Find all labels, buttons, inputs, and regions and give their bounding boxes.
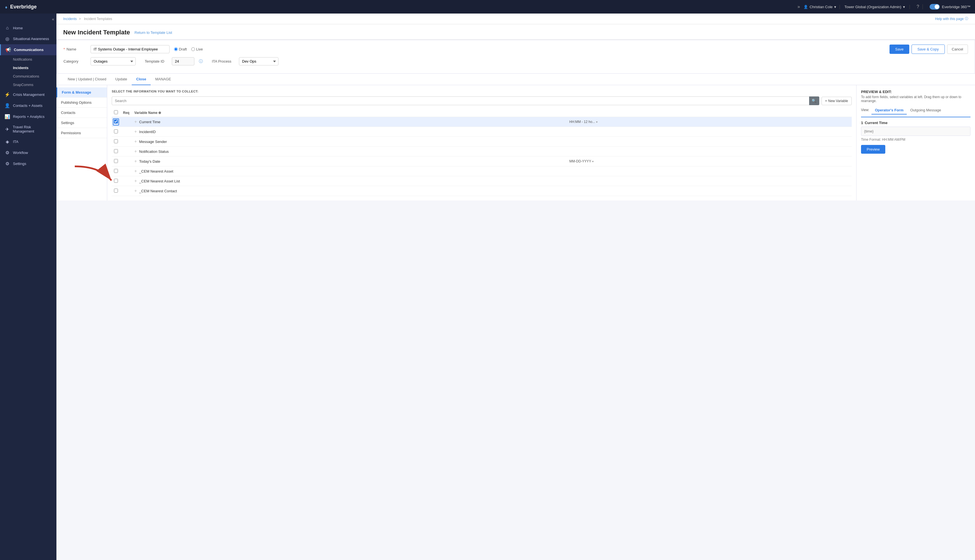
req-cem-nearest-asset-list: [121, 176, 132, 186]
select-all-checkbox[interactable]: [114, 110, 118, 114]
drag-handle-icon[interactable]: +: [134, 119, 137, 124]
tab-manage[interactable]: MANAGE: [151, 73, 175, 85]
toggle-360[interactable]: [930, 4, 940, 10]
drag-handle-icon[interactable]: +: [134, 159, 137, 163]
reports-analytics-icon: 📊: [5, 114, 10, 119]
table-header-row: Req Variable Name ⊕: [112, 108, 852, 117]
checkbox-cem-nearest-asset-list[interactable]: [114, 179, 118, 183]
action-buttons: Save Save & Copy Cancel: [890, 45, 968, 54]
checkbox-incident-id[interactable]: [114, 130, 118, 133]
left-panel-permissions[interactable]: Permissions: [57, 128, 107, 138]
drag-handle-icon[interactable]: +: [134, 178, 137, 183]
sidebar-item-crisis-management[interactable]: ⚡ Crisis Management: [0, 89, 57, 100]
user-menu[interactable]: 👤 Christian Cole ▾: [803, 5, 836, 9]
var-format-incident-id: [567, 127, 852, 137]
draft-radio-label[interactable]: Draft: [174, 47, 187, 51]
help-link[interactable]: Help with this page ⓘ: [935, 17, 968, 21]
drag-handle-icon[interactable]: +: [134, 168, 137, 173]
left-panel-settings[interactable]: Settings: [57, 118, 107, 128]
sidebar-item-workflow[interactable]: ⚙ Workflow: [0, 147, 57, 158]
sidebar-item-ita[interactable]: ◈ ITA: [0, 136, 57, 147]
return-to-template-list-link[interactable]: Return to Template List: [135, 30, 172, 35]
name-input[interactable]: [90, 45, 170, 53]
tab-new-updated-closed[interactable]: New | Updated | Closed: [63, 73, 111, 85]
drag-handle-icon[interactable]: +: [134, 139, 137, 144]
publishing-options-label: Publishing Options: [61, 100, 92, 105]
draft-radio[interactable]: [174, 47, 178, 51]
sidebar-item-settings[interactable]: ⚙ Settings: [0, 158, 57, 169]
sidebar-item-communications[interactable]: 📢 Communications: [0, 44, 57, 55]
left-panel-contacts[interactable]: Contacts: [57, 108, 107, 118]
help-icon: ?: [917, 4, 919, 9]
left-panel-publishing-options[interactable]: Publishing Options: [57, 98, 107, 108]
format-dropdown[interactable]: HH:MM - 12 ho... ▾: [569, 120, 850, 124]
template-id-input[interactable]: [172, 57, 194, 65]
th-format: [567, 108, 852, 117]
checkbox-cem-nearest-contact[interactable]: [114, 188, 118, 193]
view-tab-outgoing-message[interactable]: Outgoing Message: [907, 106, 944, 115]
th-variable-name: Variable Name ⊕: [132, 108, 567, 117]
format-dropdown[interactable]: MM-DD-YYYY ▾: [569, 159, 850, 163]
org-menu[interactable]: Tower Global (Organization Admin) ▾: [840, 5, 910, 9]
sidebar-label-notifications: Notifications: [13, 58, 32, 62]
sidebar-collapse-button[interactable]: «: [52, 17, 54, 22]
category-select[interactable]: Outages: [90, 57, 136, 65]
left-panel-form-message[interactable]: Form & Message: [57, 87, 107, 98]
preview-field-input[interactable]: [861, 127, 970, 136]
ita-process-select[interactable]: Dev Ops: [239, 57, 279, 65]
user-name: Christian Cole: [810, 5, 833, 9]
new-variable-button[interactable]: + New Variable: [821, 97, 852, 105]
var-name-todays-date: Today's Date: [139, 159, 160, 163]
save-button[interactable]: Save: [890, 45, 909, 54]
help-button[interactable]: ?: [913, 4, 923, 9]
sidebar-item-reports-analytics[interactable]: 📊 Reports + Analytics: [0, 111, 57, 122]
search-input[interactable]: [112, 97, 819, 105]
sidebar-item-notifications[interactable]: Notifications: [0, 55, 57, 64]
checkbox-cem-nearest-asset[interactable]: [114, 169, 118, 173]
search-button[interactable]: 🔍: [809, 97, 819, 105]
breadcrumb-current: Incident Templates: [84, 17, 112, 21]
drag-handle-icon[interactable]: +: [134, 188, 137, 193]
help-link-icon: ⓘ: [965, 17, 968, 21]
save-copy-button[interactable]: Save & Copy: [912, 45, 945, 54]
variable-name-sort-icon: ⊕: [158, 111, 161, 115]
tab-update-label: Update: [115, 77, 127, 81]
checkbox-message-sender[interactable]: [114, 139, 118, 143]
var-format-current-time[interactable]: HH:MM - 12 ho... ▾: [567, 117, 852, 127]
sidebar-label-communications: Communications: [14, 48, 43, 52]
drag-handle-icon[interactable]: +: [134, 149, 137, 154]
format-hint: Time Format: HH:MM AM/PM: [861, 138, 970, 142]
logo-icon: ⬧: [5, 4, 8, 10]
tab-new-updated-closed-label: New | Updated | Closed: [68, 77, 106, 81]
nav-expand-icon[interactable]: »: [798, 4, 800, 9]
sidebar-label-snapcomms: SnapComms: [13, 83, 33, 87]
sidebar-item-snapcomms[interactable]: SnapComms: [0, 81, 57, 89]
tab-update[interactable]: Update: [111, 73, 132, 85]
checkbox-notification-status[interactable]: [114, 149, 118, 153]
tab-close[interactable]: Close: [132, 73, 151, 85]
var-format-todays-date[interactable]: MM-DD-YYYY ▾: [567, 157, 852, 167]
breadcrumb-parent[interactable]: Incidents: [63, 17, 77, 21]
ita-process-label: ITA Process: [212, 59, 234, 63]
checkbox-todays-date[interactable]: [114, 159, 118, 163]
checkbox-current-time[interactable]: [114, 120, 118, 123]
preview-subtitle: To add form fields, select variables at …: [861, 95, 970, 103]
live-radio-label[interactable]: Live: [191, 47, 203, 51]
live-radio[interactable]: [191, 47, 195, 51]
view-tab-operators-form[interactable]: Operator's Form: [871, 106, 907, 115]
sidebar-label-crisis-management: Crisis Management: [13, 92, 45, 97]
toggle-knob: [935, 5, 939, 9]
sidebar-item-incidents[interactable]: Incidents: [0, 64, 57, 72]
user-chevron-icon: ▾: [834, 5, 836, 9]
sidebar-item-contacts-assets[interactable]: 👤 Contacts + Assets: [0, 100, 57, 111]
cancel-button[interactable]: Cancel: [947, 45, 968, 54]
sidebar-item-home[interactable]: ⌂ Home: [0, 23, 57, 33]
drag-handle-icon[interactable]: +: [134, 129, 137, 134]
req-cem-nearest-asset: [121, 167, 132, 176]
preview-button[interactable]: Preview: [861, 145, 885, 154]
sidebar-item-communications-sub[interactable]: Communications: [0, 72, 57, 81]
sidebar-item-travel-risk[interactable]: ✈ Travel Risk Management: [0, 122, 57, 136]
sidebar-label-contacts-assets: Contacts + Assets: [13, 103, 42, 108]
sidebar-item-situational-awareness[interactable]: ◎ Situational Awareness: [0, 33, 57, 44]
template-id-info-icon[interactable]: ⓘ: [199, 59, 203, 64]
